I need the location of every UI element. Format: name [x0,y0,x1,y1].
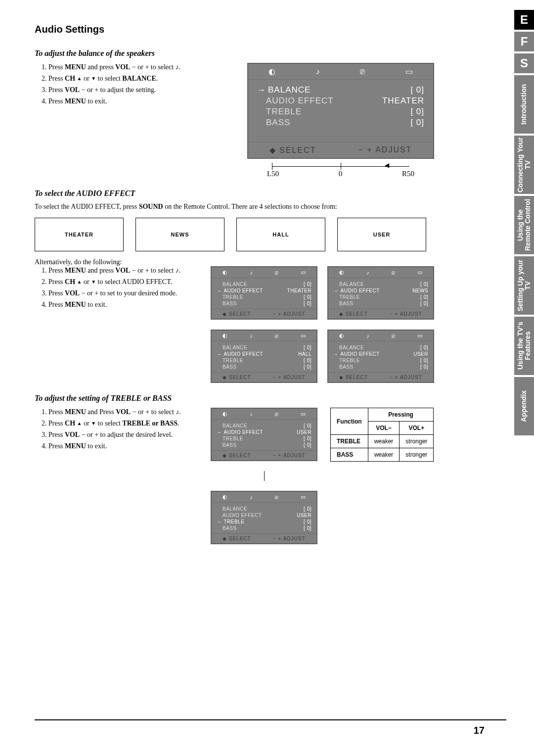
effect-hall: HALL [236,218,325,251]
steps-treble-bass: Press MENU and Press VOL − or + to selec… [35,408,198,451]
music-icon: ♪ [366,270,369,276]
intro-text: To select the AUDIO EFFECT, press SOUND … [35,203,465,211]
heading-audio-effect: To select the AUDIO EFFECT [35,189,465,198]
alt-intro: Alternatively, do the following: [35,258,465,266]
osd-small: ◐ ♪ ⎚ ▭ BALANCE[ 0]AUDIO EFFECTNEWSTREBL… [327,266,434,320]
page-title: Audio Settings [35,24,534,35]
section-balance: To adjust the balance of the speakers Pr… [35,49,465,178]
picture-icon: ◐ [339,269,344,276]
lang-tab-e[interactable]: E [514,10,534,30]
side-tabs: E F S Introduction Connecting Your TV Us… [514,10,534,435]
section-audio-effect: To select the AUDIO EFFECT To select the… [35,189,465,383]
osd-small: ◐ ♪ ⎚ ▭ BALANCE[ 0]AUDIO EFFECTHALLTREBL… [211,330,317,383]
step: Press MENU and press VOL − or + to selec… [48,63,232,72]
cc-icon: ⎚ [275,333,278,339]
osd-small: ◐ ♪ ⎚ ▭ BALANCE[ 0]AUDIO EFFECTUSERTREBL… [327,330,434,383]
tuner-icon: ▭ [301,332,306,339]
music-icon: ♪ [366,333,369,339]
osd-balance: ◐ ♪ ⎚ ▭ BALANCE[ 0] AUDIO EFFECTTHEATER … [247,63,434,159]
picture-icon: ◐ [222,332,227,339]
picture-icon: ◐ [268,67,275,76]
cc-icon: ⎚ [275,411,278,417]
page-rule [35,719,506,720]
lang-tab-s[interactable]: S [514,53,534,73]
effect-options: THEATER NEWS HALL USER [35,218,465,251]
effect-theater: THEATER [35,218,124,251]
flow-arrow [264,471,265,481]
tuner-icon: ▭ [417,332,422,339]
step: Press VOL − or + to adjust the setting. [48,86,232,95]
section-tab-remote[interactable]: Using the Remote Control [514,196,534,254]
step: Press CH ▲ or ▼ to select BALANCE. [48,74,232,84]
cc-icon: ⎚ [360,67,365,76]
section-treble-bass: To adjust the setting of TREBLE or BASS … [35,394,465,544]
steps-audio-effect: Press MENU and press VOL − or + to selec… [35,266,198,310]
lang-tab-f[interactable]: F [514,32,534,51]
step: Press MENU to exit. [48,442,198,451]
tuner-icon: ▭ [405,67,413,76]
osd-small: ◐ ♪ ⎚ ▭ BALANCE[ 0]AUDIO EFFECTUSERTREBL… [211,408,317,461]
step: Press MENU to exit. [48,97,232,106]
music-icon: ♪ [250,494,253,500]
page-number: 17 [474,725,485,736]
step: Press MENU and Press VOL − or + to selec… [48,408,198,417]
picture-icon: ◐ [222,411,227,417]
cc-icon: ⎚ [275,270,278,276]
tuner-icon: ▭ [417,269,422,276]
osd-grid: ◐ ♪ ⎚ ▭ BALANCE[ 0]AUDIO EFFECTTHEATERTR… [211,266,434,383]
tuner-icon: ▭ [301,269,306,276]
music-icon: ♪ [250,411,253,417]
section-tab-setup[interactable]: Setting Up your TV [514,256,534,315]
picture-icon: ◐ [222,269,227,276]
section-tab-introduction[interactable]: Introduction [514,75,534,134]
heading-balance: To adjust the balance of the speakers [35,49,465,58]
picture-icon: ◐ [339,332,344,339]
cc-icon: ⎚ [392,270,395,276]
step: Press CH ▲ or ▼ to select AUDIO EFFECT. [48,278,198,287]
cc-icon: ⎚ [392,333,395,339]
section-tab-appendix[interactable]: Appendix [514,377,534,435]
music-icon: ♪ [250,333,253,339]
music-icon: ♪ [250,270,253,276]
effect-user: USER [337,218,426,251]
heading-treble-bass: To adjust the setting of TREBLE or BASS [35,394,465,403]
picture-icon: ◐ [222,494,227,500]
effect-news: NEWS [135,218,224,251]
osd-small: ◐ ♪ ⎚ ▭ BALANCE[ 0]AUDIO EFFECTUSERTREBL… [211,491,317,544]
music-icon: ♪ [316,67,320,76]
step: Press VOL − or + to adjust the desired l… [48,430,198,440]
tuner-icon: ▭ [301,494,306,500]
section-tab-connecting[interactable]: Connecting Your TV [514,136,534,194]
function-table: Function Pressing VOL− VOL+ TREBLE weake… [330,408,434,462]
osd-small: ◐ ♪ ⎚ ▭ BALANCE[ 0]AUDIO EFFECTTHEATERTR… [211,266,317,320]
section-tab-features[interactable]: Using the TV's Features [514,317,534,375]
step: Press CH ▲ or ▼ to select TREBLE or BASS… [48,419,198,428]
balance-scale: ◀ L50 0 R50 [247,163,434,178]
step: Press VOL − or + to set to your desired … [48,289,198,298]
step: Press MENU to exit. [48,300,198,310]
cc-icon: ⎚ [275,494,278,500]
step: Press MENU and press VOL − or + to selec… [48,266,198,276]
tuner-icon: ▭ [301,411,306,417]
steps-balance: Press MENU and press VOL − or + to selec… [35,63,232,106]
